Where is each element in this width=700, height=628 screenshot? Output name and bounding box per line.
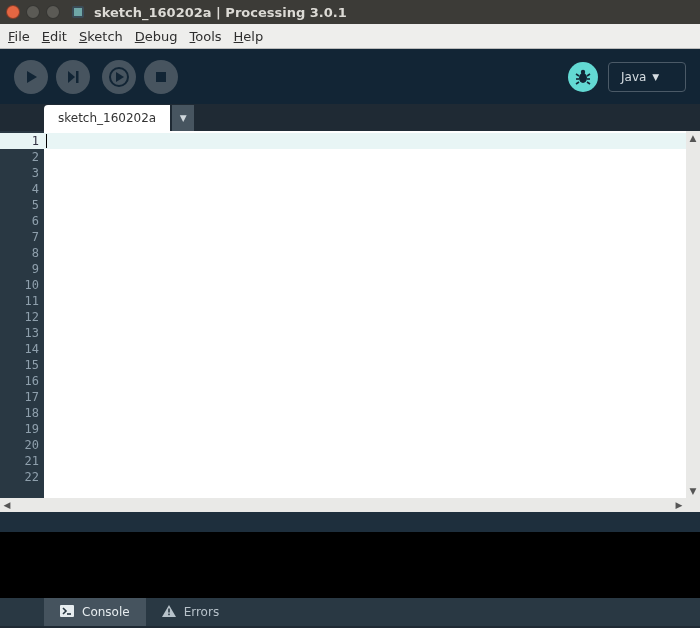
line-number: 1 [0,133,44,149]
scroll-track-horizontal[interactable] [14,498,672,512]
menu-file[interactable]: File [8,29,30,44]
line-number: 12 [0,309,44,325]
bottom-tab-console-label: Console [82,605,130,619]
line-number: 21 [0,453,44,469]
mode-selector[interactable]: Java ▼ [608,62,686,92]
menu-edit[interactable]: Edit [42,29,67,44]
code-editor[interactable] [44,131,686,498]
console-output[interactable] [0,532,700,598]
console-icon [60,605,74,620]
line-number: 19 [0,421,44,437]
app-icon [70,4,86,20]
minimize-window-button[interactable] [26,5,40,19]
menu-help[interactable]: Help [234,29,264,44]
scroll-down-icon[interactable]: ▼ [686,484,700,498]
tab-active[interactable]: sketch_160202a [44,105,170,131]
svg-point-8 [579,73,587,83]
vertical-scrollbar[interactable]: ▲ ▼ [686,131,700,498]
mode-selector-label: Java [621,70,646,84]
svg-rect-19 [168,608,170,612]
line-number: 6 [0,213,44,229]
close-window-button[interactable] [6,5,20,19]
horizontal-scrollbar[interactable]: ◀ ▶ [0,498,700,512]
line-number: 5 [0,197,44,213]
svg-rect-20 [168,613,170,615]
present-button[interactable] [102,60,136,94]
bottom-tab-errors[interactable]: Errors [146,598,236,626]
line-number: 9 [0,261,44,277]
svg-marker-2 [27,71,37,83]
line-number: 22 [0,469,44,485]
line-number: 2 [0,149,44,165]
line-number: 18 [0,405,44,421]
menu-sketch[interactable]: Sketch [79,29,123,44]
run-button[interactable] [14,60,48,94]
menubar: File Edit Sketch Debug Tools Help [0,24,700,49]
svg-line-11 [587,74,590,76]
line-number: 17 [0,389,44,405]
bottom-tab-console[interactable]: Console [44,598,146,626]
svg-rect-1 [74,8,82,16]
line-number: 20 [0,437,44,453]
window-title: sketch_160202a | Processing 3.0.1 [94,5,347,20]
scroll-up-icon[interactable]: ▲ [686,131,700,145]
line-number: 8 [0,245,44,261]
bottom-tab-errors-label: Errors [184,605,220,619]
line-number: 3 [0,165,44,181]
titlebar: sketch_160202a | Processing 3.0.1 [0,0,700,24]
toolbar: Java ▼ [0,49,700,104]
svg-marker-6 [116,72,124,82]
svg-line-10 [576,74,579,76]
maximize-window-button[interactable] [46,5,60,19]
menu-debug[interactable]: Debug [135,29,178,44]
svg-point-9 [581,69,585,73]
scroll-corner [686,498,700,512]
editor-area: 12345678910111213141516171819202122 ▲ ▼ [0,131,700,498]
pane-divider[interactable] [0,512,700,532]
step-button[interactable] [56,60,90,94]
line-number: 16 [0,373,44,389]
svg-rect-4 [76,71,79,83]
stop-button[interactable] [144,60,178,94]
bottom-tab-bar: Console Errors [0,598,700,626]
line-number: 14 [0,341,44,357]
line-number: 4 [0,181,44,197]
chevron-down-icon: ▼ [652,72,659,82]
tab-active-label: sketch_160202a [58,111,156,125]
scroll-left-icon[interactable]: ◀ [0,498,14,512]
tab-strip: sketch_160202a ▼ [0,104,700,131]
svg-rect-7 [156,72,166,82]
active-line-highlight [44,133,686,149]
warning-icon [162,605,176,620]
line-number: 11 [0,293,44,309]
svg-line-14 [576,82,579,84]
line-number: 10 [0,277,44,293]
scroll-right-icon[interactable]: ▶ [672,498,686,512]
line-number: 13 [0,325,44,341]
line-number: 7 [0,229,44,245]
svg-marker-3 [68,71,75,83]
menu-tools[interactable]: Tools [190,29,222,44]
tab-menu-button[interactable]: ▼ [172,105,194,131]
text-caret [46,134,47,148]
line-number: 15 [0,357,44,373]
line-gutter: 12345678910111213141516171819202122 [0,131,44,498]
svg-line-15 [587,82,590,84]
debug-toggle-icon[interactable] [568,62,598,92]
